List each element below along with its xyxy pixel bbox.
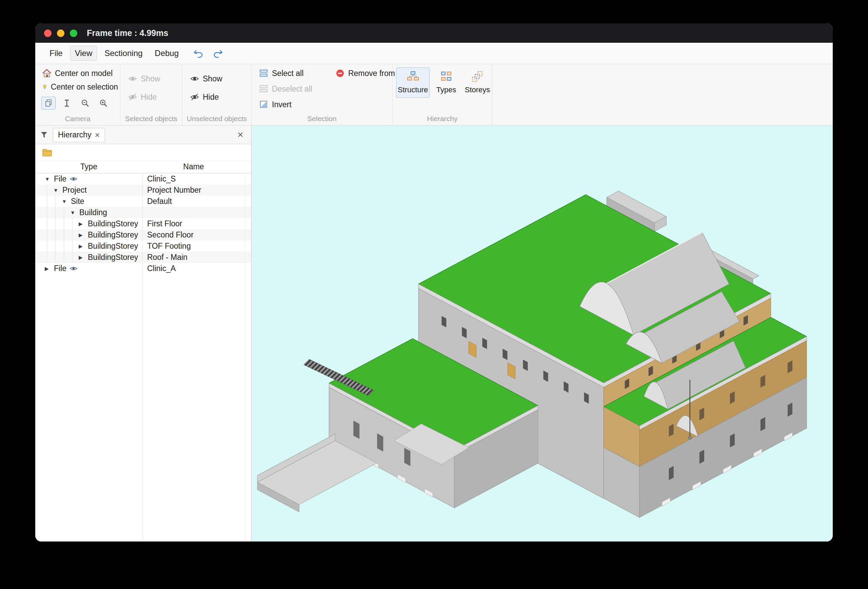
types-button[interactable]: Types — [432, 68, 461, 98]
bulb-icon — [42, 82, 47, 92]
row-type-label: BuildingStorey — [88, 218, 138, 229]
deselect-all-label: Deselect all — [272, 84, 312, 94]
tree-row-file-clinic-a[interactable]: ▶ File Clinic_A — [35, 263, 251, 274]
tree-row-storey-first-floor[interactable]: ▶ BuildingStorey First Floor — [35, 218, 251, 229]
storeys-button[interactable]: Storeys — [463, 68, 492, 98]
select-all-button[interactable]: Select all — [257, 68, 314, 79]
tree-table-header: Type Name — [35, 160, 251, 173]
unselected-show-button[interactable]: Show — [188, 73, 251, 84]
visibility-eye-icon[interactable] — [69, 266, 78, 271]
expander-icon[interactable]: ▼ — [53, 185, 62, 196]
column-divider-secondary — [245, 172, 245, 542]
expander-icon[interactable]: ▼ — [62, 196, 71, 207]
tree-row-storey-tof-footing[interactable]: ▶ BuildingStorey TOF Footing — [35, 241, 251, 252]
deselect-all-button[interactable]: Deselect all — [257, 83, 314, 95]
row-name-label: Clinic_A — [142, 263, 245, 274]
center-on-model-label: Center on model — [55, 69, 112, 78]
tree-row-file-clinic-s[interactable]: ▼ File Clinic_S — [35, 173, 251, 185]
zoom-window-button[interactable] — [70, 30, 77, 37]
redo-button[interactable] — [211, 46, 226, 60]
unselected-objects-group-label: Unselected objects — [182, 115, 251, 123]
unselected-hide-button[interactable]: Hide — [188, 91, 251, 103]
structure-tree-icon — [407, 70, 419, 83]
expander-icon[interactable]: ▶ — [79, 241, 88, 252]
selected-show-button[interactable]: Show — [126, 73, 182, 84]
hierarchy-panel-header: Hierarchy — [35, 126, 251, 144]
structure-button[interactable]: Structure — [396, 68, 430, 98]
undo-icon — [193, 47, 204, 59]
ribbon-empty-area — [492, 64, 833, 125]
selected-hide-label: Hide — [141, 93, 156, 102]
row-name-label: First Floor — [142, 218, 245, 229]
copy-view-tool-button[interactable] — [41, 97, 56, 110]
row-name-label: Roof - Main — [142, 252, 245, 263]
visibility-eye-icon[interactable] — [69, 176, 78, 182]
redo-icon — [212, 47, 224, 59]
zoom-out-icon — [80, 98, 90, 108]
zoom-in-tool-button[interactable] — [96, 97, 111, 110]
viewport-3d[interactable] — [252, 126, 833, 542]
center-on-selection-label: Center on selection — [51, 83, 118, 92]
selected-hide-button[interactable]: Hide — [126, 91, 182, 103]
ribbon-group-camera: Center on model Center on selection — [35, 64, 120, 125]
hierarchy-group-label: Hierarchy — [393, 115, 492, 123]
tree-row-project[interactable]: ▼ Project Project Number — [35, 185, 251, 196]
zoom-in-icon — [99, 98, 108, 108]
expander-icon[interactable]: ▼ — [45, 173, 54, 185]
expander-icon[interactable]: ▶ — [79, 229, 88, 241]
tree-row-site[interactable]: ▼ Site Default — [35, 196, 251, 207]
eye-icon — [128, 74, 137, 83]
tab-hierarchy[interactable]: Hierarchy — [53, 128, 105, 142]
expander-icon[interactable]: ▶ — [79, 218, 88, 229]
menu-bar: File View Sectioning Debug — [35, 43, 833, 64]
column-header-type[interactable]: Type — [35, 161, 142, 173]
tab-close-icon[interactable] — [94, 132, 100, 138]
menu-file[interactable]: File — [45, 46, 68, 61]
invert-selection-button[interactable]: Invert — [257, 99, 314, 110]
expander-icon[interactable]: ▶ — [79, 252, 88, 263]
ribbon-group-selection: Select all Deselect all — [252, 64, 393, 125]
tab-hierarchy-label: Hierarchy — [58, 130, 91, 139]
ribbon-group-unselected-objects: Show Hide Unselected objects — [182, 64, 252, 125]
building-group — [257, 191, 807, 517]
tree-table: ▼ File Clinic_S ▼ Project — [35, 173, 251, 274]
filter-icon[interactable] — [39, 130, 49, 139]
row-type-label: Project — [62, 185, 87, 196]
window-title: Frame time : 4.99ms — [87, 28, 168, 38]
row-name-label: Default — [142, 196, 245, 207]
select-all-label: Select all — [272, 69, 303, 78]
title-bar[interactable]: Frame time : 4.99ms — [35, 24, 833, 43]
column-tool-button[interactable] — [60, 97, 74, 110]
undo-button[interactable] — [191, 46, 206, 60]
menu-view[interactable]: View — [70, 46, 97, 61]
ribbon: Center on model Center on selection — [35, 64, 833, 126]
folder-icon[interactable] — [42, 148, 52, 157]
row-type-label: BuildingStorey — [88, 252, 138, 263]
tree-row-storey-roof-main[interactable]: ▶ BuildingStorey Roof - Main — [35, 252, 251, 263]
camera-group-label: Camera — [35, 115, 120, 123]
minimize-window-button[interactable] — [57, 30, 64, 37]
wall-right-southwest — [604, 407, 639, 518]
tree-row-building[interactable]: ▼ Building — [35, 207, 251, 218]
deselect-all-icon — [259, 84, 269, 94]
expander-icon[interactable]: ▼ — [70, 207, 79, 218]
eye-icon — [190, 74, 199, 83]
center-on-selection-button[interactable]: Center on selection — [40, 81, 120, 93]
row-type-label: BuildingStorey — [88, 241, 138, 252]
eye-slash-icon — [190, 92, 199, 102]
menu-debug[interactable]: Debug — [150, 46, 183, 61]
column-divider[interactable] — [142, 172, 143, 542]
row-name-label: Clinic_S — [142, 173, 245, 185]
building-model — [252, 126, 833, 542]
center-on-model-button[interactable]: Center on model — [40, 68, 120, 79]
tree-row-storey-second-floor[interactable]: ▶ BuildingStorey Second Floor — [35, 229, 251, 241]
zoom-out-tool-button[interactable] — [78, 97, 92, 110]
types-grid-icon — [440, 70, 452, 83]
column-header-name[interactable]: Name — [142, 161, 245, 173]
storeys-label: Storeys — [465, 86, 490, 94]
menu-sectioning[interactable]: Sectioning — [100, 46, 147, 61]
expander-icon[interactable]: ▶ — [45, 263, 54, 274]
panel-close-icon[interactable] — [237, 131, 244, 138]
close-window-button[interactable] — [44, 30, 52, 37]
copy-icon — [44, 98, 53, 108]
